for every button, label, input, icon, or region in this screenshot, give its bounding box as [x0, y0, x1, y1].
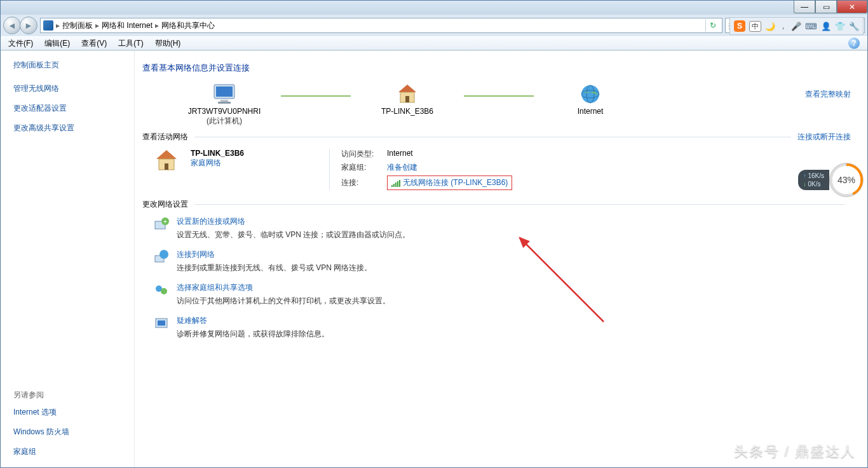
- homegroup-options-link[interactable]: 选择家庭组和共享选项: [177, 282, 253, 293]
- svg-marker-10: [156, 150, 177, 159]
- ime-lang[interactable]: 中: [749, 21, 761, 32]
- change-settings-list: + 设置新的连接或网络 设置无线、宽带、拨号、临时或 VPN 连接；或设置路由器…: [154, 216, 851, 340]
- user-icon[interactable]: 👤: [821, 22, 831, 31]
- back-button[interactable]: ◄: [3, 17, 21, 34]
- breadcrumb-leaf[interactable]: 网络和共享中心: [161, 20, 215, 31]
- wireless-connection-link[interactable]: 无线网络连接 (TP-LINK_E3B6): [403, 177, 508, 188]
- connection-highlight-box: 无线网络连接 (TP-LINK_E3B6): [387, 176, 512, 190]
- network-name: TP-LINK_E3B6: [191, 149, 318, 158]
- upload-speed: 16K/s: [803, 172, 824, 179]
- computer-icon: [177, 83, 272, 106]
- globe-icon: [543, 83, 638, 106]
- seealso-firewall[interactable]: Windows 防火墙: [13, 427, 129, 437]
- list-item: + 设置新的连接或网络 设置无线、宽带、拨号、临时或 VPN 连接；或设置路由器…: [154, 216, 851, 240]
- network-map: JRT3WT9VU0PNHRI (此计算机) TP-LINK_E3B6 Inte…: [142, 83, 851, 127]
- map-node-pc: JRT3WT9VU0PNHRI (此计算机): [177, 83, 272, 127]
- connection-label: 连接:: [341, 177, 387, 188]
- homegroup-label: 家庭组:: [341, 162, 387, 173]
- connect-disconnect-link[interactable]: 连接或断开连接: [797, 132, 851, 142]
- svg-rect-6: [405, 96, 409, 102]
- comma-icon[interactable]: ，: [779, 20, 787, 32]
- shirt-icon[interactable]: 👕: [835, 22, 845, 31]
- minimize-button[interactable]: —: [794, 1, 815, 13]
- ime-toolbar[interactable]: S 中 🌙 ， 🎤 ⌨ 👤 👕 🔧: [729, 17, 864, 35]
- view-full-map[interactable]: 查看完整映射: [805, 90, 851, 99]
- sogou-icon: S: [734, 20, 745, 32]
- new-connection-icon: +: [154, 216, 169, 231]
- map-link-1: [281, 95, 351, 97]
- wrench-icon[interactable]: 🔧: [849, 22, 859, 31]
- homegroup-icon: [154, 282, 169, 298]
- menu-edit[interactable]: 编辑(E): [39, 37, 75, 50]
- active-networks-header: 查看活动网络: [142, 132, 188, 142]
- network-type-link[interactable]: 家庭网络: [191, 158, 318, 169]
- seealso-homegroup[interactable]: 家庭组: [13, 446, 129, 457]
- access-type-value: Internet: [387, 149, 527, 160]
- svg-point-19: [161, 288, 167, 294]
- list-item: 连接到网络 连接到或重新连接到无线、有线、拨号或 VPN 网络连接。: [154, 249, 851, 273]
- usage-ring: 43%: [829, 163, 864, 197]
- breadcrumb-sep: ▸: [56, 21, 60, 30]
- list-item: 选择家庭组和共享选项 访问位于其他网络计算机上的文件和打印机，或更改共享设置。: [154, 282, 851, 306]
- refresh-button[interactable]: ↻: [705, 19, 719, 32]
- menu-view[interactable]: 查看(V): [76, 37, 112, 50]
- signal-bars-icon: [391, 179, 400, 187]
- sidebar: 控制面板主页 管理无线网络 更改适配器设置 更改高级共享设置 另请参阅 Inte…: [1, 51, 134, 467]
- svg-text:+: +: [163, 218, 167, 225]
- homegroup-link[interactable]: 准备创建: [387, 163, 417, 172]
- map-node-internet: Internet: [543, 83, 638, 116]
- setup-new-connection-link[interactable]: 设置新的连接或网络: [177, 216, 245, 227]
- router-icon: [360, 83, 455, 106]
- maximize-button[interactable]: ▭: [815, 1, 837, 13]
- titlebar: — ▭ ✕: [1, 1, 867, 15]
- svg-marker-4: [398, 85, 416, 92]
- moon-icon[interactable]: 🌙: [765, 22, 775, 31]
- svg-rect-3: [218, 102, 231, 104]
- address-bar[interactable]: ▸ 控制面板 ▸ 网络和 Internet ▸ 网络和共享中心 ↻: [40, 18, 722, 33]
- sidebar-link-adapter[interactable]: 更改适配器设置: [13, 103, 129, 114]
- mic-icon[interactable]: 🎤: [791, 22, 801, 31]
- connect-to-network-link[interactable]: 连接到网络: [177, 249, 215, 260]
- page-title: 查看基本网络信息并设置连接: [142, 62, 851, 74]
- map-node-router: TP-LINK_E3B6: [360, 83, 455, 116]
- map-link-2: [464, 95, 534, 97]
- keyboard-icon[interactable]: ⌨: [805, 22, 817, 31]
- access-type-label: 访问类型:: [341, 149, 387, 160]
- troubleshoot-icon: [154, 315, 169, 331]
- close-button[interactable]: ✕: [837, 1, 867, 13]
- sidebar-link-wireless[interactable]: 管理无线网络: [13, 83, 129, 94]
- svg-rect-21: [158, 320, 165, 326]
- svg-rect-2: [220, 100, 228, 102]
- explorer-window: — ▭ ✕ ◄ ► ▸ 控制面板 ▸ 网络和 Internet ▸ 网络和共享中…: [0, 0, 868, 468]
- download-speed: 0K/s: [803, 181, 824, 188]
- list-item: 疑难解答 诊断并修复网络问题，或获得故障排除信息。: [154, 315, 851, 340]
- svg-rect-12: [165, 163, 168, 170]
- sidebar-link-sharing[interactable]: 更改高级共享设置: [13, 123, 129, 134]
- system-monitor-widget[interactable]: 16K/s 0K/s 43%: [798, 163, 864, 197]
- home-network-icon: [154, 149, 179, 172]
- control-panel-home[interactable]: 控制面板主页: [13, 60, 129, 71]
- breadcrumb-mid[interactable]: 网络和 Internet: [102, 20, 153, 31]
- control-panel-icon: [43, 20, 53, 31]
- menu-bar: 文件(F) 编辑(E) 查看(V) 工具(T) 帮助(H) ?: [1, 36, 867, 50]
- menu-tools[interactable]: 工具(T): [113, 37, 148, 50]
- seealso-internet-options[interactable]: Internet 选项: [13, 407, 129, 418]
- breadcrumb-root[interactable]: 控制面板: [62, 20, 93, 31]
- active-network-row: TP-LINK_E3B6 家庭网络 访问类型: Internet 家庭组: 准备…: [154, 149, 851, 190]
- troubleshoot-link[interactable]: 疑难解答: [177, 315, 207, 326]
- content-pane: 查看基本网络信息并设置连接 JRT3WT9VU0PNHRI (此计算机) TP-: [134, 51, 867, 467]
- help-icon[interactable]: ?: [848, 38, 860, 49]
- seealso-header: 另请参阅: [13, 390, 129, 401]
- svg-point-17: [159, 250, 168, 259]
- connect-network-icon: [154, 249, 169, 265]
- menu-file[interactable]: 文件(F): [3, 37, 38, 50]
- forward-button[interactable]: ►: [20, 17, 37, 34]
- svg-rect-1: [216, 86, 233, 97]
- change-settings-header: 更改网络设置: [142, 199, 188, 210]
- menu-help[interactable]: 帮助(H): [150, 37, 186, 50]
